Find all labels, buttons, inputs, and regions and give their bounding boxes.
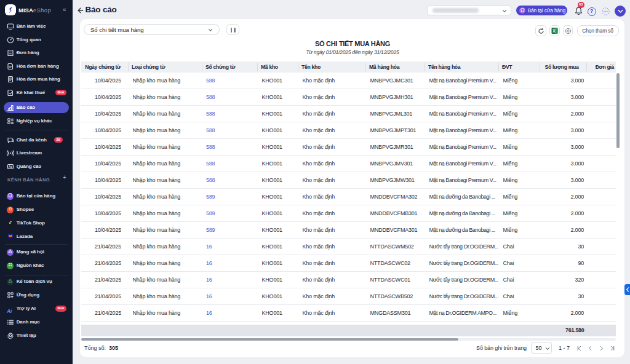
svg-text:Ad: Ad [9, 165, 12, 168]
